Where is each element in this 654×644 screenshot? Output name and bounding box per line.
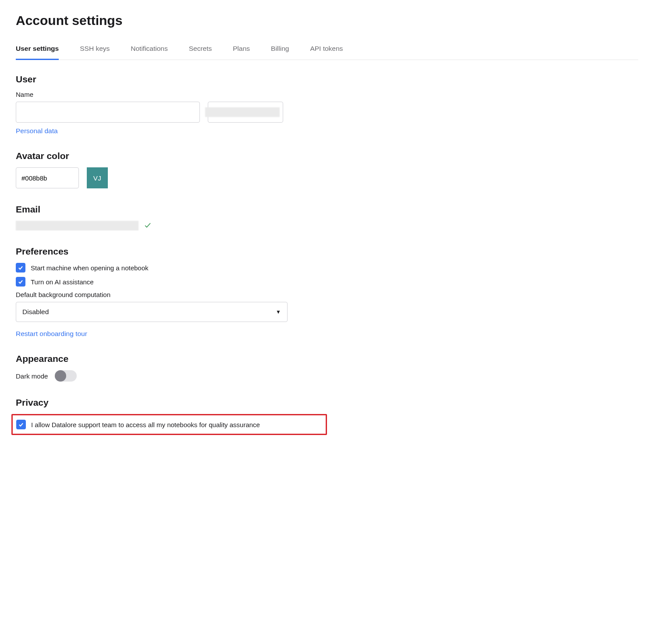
bg-computation-label: Default background computation xyxy=(16,291,638,298)
dark-mode-label: Dark mode xyxy=(16,372,48,380)
dark-mode-toggle[interactable] xyxy=(55,370,77,382)
tab-secrets[interactable]: Secrets xyxy=(189,40,212,60)
redacted-email xyxy=(16,221,139,230)
tab-plans[interactable]: Plans xyxy=(233,40,250,60)
bg-computation-select[interactable]: Disabled ▼ xyxy=(16,302,288,322)
avatar-swatch: VJ xyxy=(87,167,108,188)
allow-support-label: I allow Datalore support team to access … xyxy=(31,421,260,428)
restart-tour-link[interactable]: Restart onboarding tour xyxy=(16,330,87,338)
user-heading: User xyxy=(16,74,638,85)
email-heading: Email xyxy=(16,204,638,215)
appearance-heading: Appearance xyxy=(16,354,638,364)
tab-billing[interactable]: Billing xyxy=(271,40,289,60)
name-label: Name xyxy=(16,91,638,98)
tab-notifications[interactable]: Notifications xyxy=(131,40,167,60)
check-icon xyxy=(144,221,152,230)
bg-computation-value: Disabled xyxy=(22,308,49,316)
avatar-color-input[interactable] xyxy=(16,167,79,188)
chevron-down-icon: ▼ xyxy=(276,309,281,315)
ai-assist-checkbox[interactable] xyxy=(16,277,25,287)
tabs: User settings SSH keys Notifications Sec… xyxy=(16,40,638,60)
privacy-highlight: I allow Datalore support team to access … xyxy=(11,414,327,435)
start-machine-label: Start machine when opening a notebook xyxy=(31,264,149,272)
tab-ssh-keys[interactable]: SSH keys xyxy=(80,40,110,60)
ai-assist-label: Turn on AI assistance xyxy=(31,278,94,286)
redacted-name xyxy=(205,107,280,117)
avatar-heading: Avatar color xyxy=(16,151,638,161)
page-title: Account settings xyxy=(16,13,638,28)
preferences-heading: Preferences xyxy=(16,246,638,257)
personal-data-link[interactable]: Personal data xyxy=(16,127,58,135)
name-input[interactable] xyxy=(16,102,200,123)
start-machine-checkbox[interactable] xyxy=(16,263,25,272)
tab-api-tokens[interactable]: API tokens xyxy=(310,40,343,60)
privacy-heading: Privacy xyxy=(16,397,638,408)
allow-support-checkbox[interactable] xyxy=(16,420,26,429)
toggle-knob xyxy=(55,370,66,382)
tab-user-settings[interactable]: User settings xyxy=(16,40,59,60)
